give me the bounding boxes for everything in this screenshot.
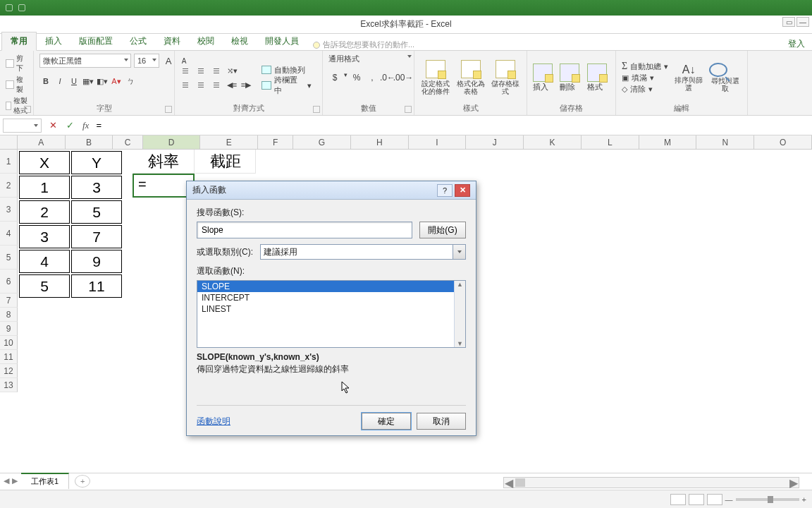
function-item-slope[interactable]: SLOPE [197,281,465,292]
copy-button[interactable]: 複製 [6,75,27,95]
col-header-J[interactable]: J [466,135,524,149]
phonetic-button[interactable]: ㄅ [124,75,137,87]
row-header-5[interactable]: 5 [0,246,18,270]
tell-me[interactable]: 告訴我您想要執行的動作... [313,40,414,50]
merge-center-button[interactable]: 跨欄置中▾ [257,78,316,92]
bold-button[interactable]: B [39,75,52,87]
tab-data[interactable]: 資料 [155,32,189,50]
cell-A1[interactable]: X [19,151,70,174]
col-header-D[interactable]: D [143,135,201,149]
clear-button[interactable]: ◇清除 ▾ [622,84,668,95]
help-button[interactable]: ? [437,184,453,197]
italic-button[interactable]: I [54,75,66,87]
font-launcher-icon[interactable] [165,106,172,113]
format-cells-button[interactable]: 格式 [587,64,610,92]
cell-A4[interactable]: 3 [19,225,70,248]
go-button[interactable]: 開始(G) [419,222,466,238]
sheet-tab-1[interactable]: 工作表1 [21,473,69,489]
dialog-titlebar[interactable]: 插入函數 ? ✕ [187,181,476,200]
col-header-A[interactable]: A [18,135,66,149]
cell-styles-button[interactable]: 儲存格樣式 [490,60,521,95]
col-header-H[interactable]: H [351,135,409,149]
number-format-combo[interactable]: 通用格式 [328,54,406,64]
function-item-intercept[interactable]: INTERCEPT [197,292,465,303]
row-header-13[interactable]: 13 [0,378,18,392]
new-sheet-button[interactable]: + [75,475,90,488]
conditional-formatting-button[interactable]: 設定格式化的條件 [420,60,451,95]
scroll-left-icon[interactable]: ◀ [504,476,514,490]
scroll-up-icon[interactable]: ▲ [457,281,463,288]
category-select[interactable]: 建議採用 [260,244,466,260]
align-bottom-left[interactable] [180,78,193,91]
tab-formulas[interactable]: 公式 [121,32,155,50]
col-header-M[interactable]: M [639,135,697,149]
find-select-button[interactable]: 尋找與選取 [709,63,742,92]
page-layout-button[interactable] [689,494,704,505]
font-name-combo[interactable]: 微軟正黑體 [39,54,131,68]
delete-cells-button[interactable]: 刪除 [560,64,582,92]
close-button[interactable]: ✕ [455,184,470,197]
decrease-indent-button[interactable]: ◀≡ [226,78,238,91]
col-header-I[interactable]: I [409,135,467,149]
underline-button[interactable]: U [68,75,80,87]
sort-filter-button[interactable]: A↓排序與篩選 [672,64,705,92]
horizontal-scrollbar[interactable]: ◀▶ [503,477,799,488]
tab-developer[interactable]: 開發人員 [257,32,307,50]
col-header-N[interactable]: N [696,135,754,149]
cell-B4[interactable]: 7 [71,225,122,248]
tab-pagelayout[interactable]: 版面配置 [70,32,121,50]
tab-review[interactable]: 校閱 [189,32,223,50]
alignment-launcher-icon[interactable] [313,106,320,113]
row-header-11[interactable]: 11 [0,350,18,364]
col-header-B[interactable]: B [66,135,113,149]
number-launcher-icon[interactable] [405,106,412,113]
search-input[interactable] [197,222,412,238]
name-box[interactable] [3,119,42,133]
row-header-4[interactable]: 4 [0,222,18,246]
cell-B2[interactable]: 3 [71,176,122,199]
col-header-E[interactable]: E [200,135,258,149]
row-header-6[interactable]: 6 [0,270,18,294]
accounting-button[interactable]: $ [328,71,341,84]
align-top-right[interactable] [209,64,221,77]
col-header-F[interactable]: F [258,135,293,149]
cell-A3[interactable]: 2 [19,200,70,224]
page-break-button[interactable] [707,494,722,505]
sign-in[interactable]: 登入 [788,38,805,50]
row-header-7[interactable]: 7 [0,294,18,308]
font-color-button[interactable]: A▾ [110,75,123,87]
col-header-C[interactable]: C [113,135,142,149]
row-header-10[interactable]: 10 [0,336,18,350]
list-scrollbar[interactable]: ▲▼ [454,281,465,347]
cell-E1[interactable]: 截距 [195,150,256,174]
cell-A5[interactable]: 4 [19,250,70,273]
align-bottom-right[interactable] [209,78,221,91]
cell-B1[interactable]: Y [71,151,122,174]
comma-button[interactable]: , [366,71,379,84]
function-list[interactable]: SLOPE INTERCEPT LINEST ▲▼ [197,280,466,348]
qat-undo-icon[interactable] [6,4,13,11]
scroll-thumb[interactable] [515,478,525,487]
col-header-G[interactable]: G [293,135,351,149]
sheet-nav[interactable]: ◀ ▶ [0,476,21,485]
orientation-button[interactable]: ⤭▾ [226,64,238,77]
col-header-L[interactable]: L [582,135,639,149]
align-bottom-center[interactable] [195,78,207,91]
cell-A2[interactable]: 1 [19,176,70,199]
help-link[interactable]: 函數說明 [197,416,230,428]
row-header-3[interactable]: 3 [0,198,18,222]
formula-input[interactable] [93,119,812,133]
cancel-button[interactable]: 取消 [417,413,466,430]
cancel-edit-button[interactable]: ✕ [44,119,61,133]
fill-button[interactable]: ▣填滿 ▾ [622,73,668,83]
autosum-button[interactable]: Σ自動加總 ▾ [622,61,668,72]
zoom-out-button[interactable]: — [725,495,733,504]
ok-button[interactable]: 確定 [362,413,411,430]
cell-D1[interactable]: 斜率 [133,150,195,174]
decrease-decimal-button[interactable]: .00→ [397,71,410,84]
normal-view-button[interactable] [670,494,686,505]
clipboard-launcher-icon[interactable] [24,106,31,113]
align-top-center[interactable] [195,64,207,77]
scroll-down-icon[interactable]: ▼ [457,340,463,347]
tab-insert[interactable]: 插入 [37,32,70,50]
